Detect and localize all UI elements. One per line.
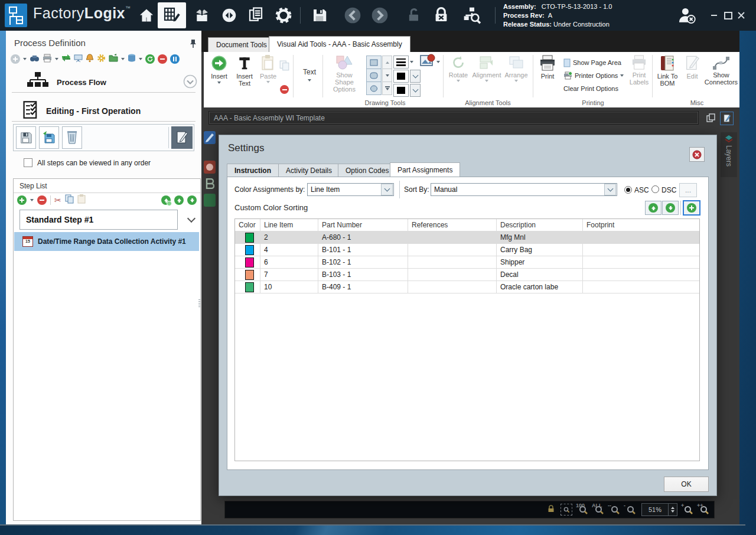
- pan-lock-icon[interactable]: [547, 504, 555, 516]
- add-process-icon[interactable]: [11, 54, 20, 64]
- asc-radio[interactable]: [624, 186, 632, 194]
- insert-button[interactable]: Insert: [207, 55, 232, 84]
- refresh-icon[interactable]: [145, 54, 155, 64]
- more-options-button[interactable]: ...: [679, 183, 697, 197]
- table-row[interactable]: 2 A-680 - 1 Mfg Mnl: [235, 231, 699, 244]
- printer-options-button[interactable]: Printer Options: [563, 70, 624, 81]
- database-icon[interactable]: [128, 54, 136, 65]
- table-row[interactable]: 7 B-103 - 1 Decal: [235, 269, 699, 281]
- work-instructions-icon-active[interactable]: [158, 2, 186, 28]
- tab-visual-aid-tools[interactable]: Visual Aid Tools - AAA - Basic Assembly: [269, 36, 410, 52]
- transfer-icon[interactable]: [61, 54, 71, 64]
- panel-resize-grip[interactable]: [198, 299, 201, 307]
- zoom-100-icon[interactable]: 100: [578, 504, 588, 515]
- tab-instruction[interactable]: Instruction: [227, 164, 279, 177]
- add-step-icon[interactable]: [17, 195, 27, 205]
- remove-step-icon[interactable]: [37, 195, 47, 205]
- tab-option-codes[interactable]: Option Codes: [338, 164, 396, 177]
- col-header-line-item[interactable]: Line Item: [260, 219, 318, 231]
- dsc-radio[interactable]: [651, 185, 659, 193]
- collapse-section-icon[interactable]: [183, 74, 197, 91]
- table-row[interactable]: 10 B-409 - 1 Oracle carton labe: [235, 281, 699, 293]
- copy-icon[interactable]: [279, 60, 289, 73]
- tab-document-tools[interactable]: Document Tools: [208, 37, 275, 52]
- color-assignments-select[interactable]: Line Item: [307, 183, 394, 196]
- zoom-out-fast-icon[interactable]: --: [610, 504, 620, 515]
- line-color-picker[interactable]: [393, 70, 421, 83]
- text-button[interactable]: Text: [296, 67, 322, 81]
- save-step-button[interactable]: [16, 126, 36, 149]
- delete-shape-icon[interactable]: [280, 85, 289, 94]
- document-title-field[interactable]: AAA - Basic Assembly WI Template: [208, 111, 699, 125]
- find-icon[interactable]: [30, 54, 40, 65]
- show-page-area-button[interactable]: Show Page Area: [563, 57, 621, 68]
- delete-button[interactable]: [62, 126, 82, 149]
- zoom-fit-all-icon[interactable]: ALL: [594, 504, 604, 515]
- copy-icon[interactable]: [65, 194, 74, 206]
- step-expand-chevron-icon[interactable]: [187, 214, 195, 223]
- pin-icon[interactable]: [189, 39, 197, 51]
- forward-icon[interactable]: [370, 5, 390, 25]
- user-status-icon[interactable]: [677, 5, 697, 25]
- layers-tab[interactable]: Layers: [721, 132, 737, 177]
- tab-part-assignments[interactable]: Part Assignments: [390, 162, 460, 177]
- alignment-button[interactable]: Alignment: [471, 55, 502, 82]
- move-down-icon[interactable]: [187, 195, 197, 205]
- shape-more-icon[interactable]: [382, 81, 392, 95]
- row-move-up-button[interactable]: [645, 201, 662, 215]
- move-top-icon[interactable]: [161, 195, 171, 205]
- show-shape-options-button[interactable]: Show Shape Options: [326, 55, 363, 93]
- image-insert-picker[interactable]: [420, 56, 440, 68]
- zoom-in-fast-icon[interactable]: ++: [699, 504, 709, 515]
- paste-button[interactable]: Paste: [258, 55, 278, 83]
- row-move-down-button[interactable]: [662, 201, 679, 215]
- remove-icon[interactable]: [158, 54, 167, 64]
- presentation-icon[interactable]: [74, 54, 83, 65]
- show-connectors-button[interactable]: Show Connectors: [703, 55, 739, 86]
- rotate-button[interactable]: Rotate: [445, 55, 471, 82]
- minimize-button[interactable]: [709, 11, 719, 20]
- home-icon[interactable]: [136, 5, 157, 25]
- unlock-icon[interactable]: [404, 5, 424, 25]
- sort-by-select[interactable]: Manual: [431, 183, 617, 196]
- arrange-button[interactable]: Arrange: [502, 55, 530, 82]
- bell-icon[interactable]: [86, 54, 94, 65]
- paste-icon[interactable]: [77, 194, 86, 206]
- add-step-dropdown-icon[interactable]: [30, 199, 34, 201]
- print-labels-button[interactable]: Print Labels: [627, 55, 651, 86]
- zoom-level-value[interactable]: 51%: [641, 503, 669, 516]
- activity-row-selected[interactable]: 15 Date/Time Range Data Collection Activ…: [14, 232, 199, 251]
- zoom-spinner[interactable]: [669, 503, 677, 516]
- ok-button[interactable]: OK: [664, 477, 709, 492]
- print-button[interactable]: Print: [535, 55, 560, 80]
- folder-export-icon[interactable]: [109, 54, 118, 64]
- add-row-button[interactable]: [683, 200, 700, 216]
- save-icon[interactable]: [309, 5, 330, 25]
- process-flow-row[interactable]: Process Flow: [27, 72, 106, 92]
- link-to-bom-button[interactable]: Link To BOM: [654, 55, 680, 87]
- print-icon[interactable]: [43, 54, 52, 65]
- view-order-row[interactable]: All steps can be viewed in any order: [24, 158, 151, 167]
- col-header-color[interactable]: Color: [235, 219, 260, 231]
- move-up-icon[interactable]: [174, 195, 184, 205]
- shape-scroll-down-icon[interactable]: [382, 68, 392, 82]
- line-style-picker[interactable]: [393, 56, 413, 68]
- print-dropdown-icon[interactable]: [55, 58, 58, 60]
- edit-button[interactable]: Edit: [682, 55, 703, 80]
- rounded-rect-shape-button[interactable]: [366, 68, 382, 82]
- table-row[interactable]: 6 B-102 - 1 Shipper: [235, 256, 699, 269]
- import-button[interactable]: [39, 126, 59, 149]
- database-dropdown-icon[interactable]: [139, 58, 142, 60]
- dialog-close-button[interactable]: [689, 147, 705, 162]
- insert-text-button[interactable]: Insert Text: [232, 55, 258, 87]
- clear-print-options-button[interactable]: Clear Print Options: [563, 83, 618, 94]
- cascade-windows-icon[interactable]: [705, 112, 717, 124]
- zoom-out-icon[interactable]: -: [625, 504, 636, 515]
- view-order-checkbox[interactable]: [24, 158, 32, 167]
- zoom-in-icon[interactable]: +: [683, 504, 693, 515]
- step-selector[interactable]: Standard Step #1: [19, 210, 178, 230]
- gear-star-icon[interactable]: [97, 54, 106, 65]
- edit-content-button[interactable]: [171, 126, 193, 149]
- settings-gear-icon[interactable]: [273, 5, 294, 25]
- fill-color-picker[interactable]: [393, 84, 421, 97]
